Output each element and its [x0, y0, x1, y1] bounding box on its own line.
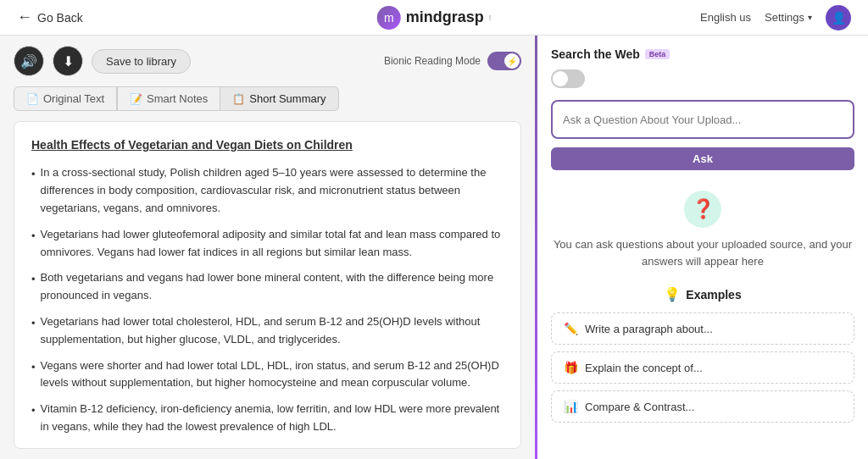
- logo-text: mindgrasp: [406, 8, 484, 26]
- example-button[interactable]: 📊Compare & Contrast...: [551, 390, 854, 423]
- list-item: •Vegetarians had lower total cholesterol…: [31, 313, 504, 349]
- tab-short-summary[interactable]: 📋 Short Summary: [220, 86, 338, 111]
- bullet-text: Vegans were shorter and had lower total …: [41, 357, 504, 393]
- question-icon-area: ❓: [551, 191, 854, 228]
- example-label: Explain the concept of...: [585, 362, 703, 374]
- bionic-label: Bionic Reading Mode: [384, 55, 481, 67]
- save-to-library-button[interactable]: Save to library: [92, 49, 191, 74]
- bulb-icon: 💡: [664, 286, 681, 302]
- example-icon: 📊: [564, 400, 578, 413]
- bullet-dot: •: [31, 315, 36, 333]
- example-icon: 🎁: [564, 361, 578, 374]
- bullet-dot: •: [31, 402, 36, 420]
- content-title: Health Effects of Vegetarian and Vegan D…: [31, 135, 504, 154]
- helper-text: You can ask questions about your uploade…: [551, 236, 854, 269]
- speaker-icon: 🔊: [20, 53, 37, 69]
- content-area[interactable]: Health Effects of Vegetarian and Vegan D…: [14, 121, 521, 449]
- logo-area: m mindgrasp!: [377, 6, 492, 30]
- bullet-text: Vitamin B-12 deficiency, iron-deficiency…: [41, 401, 504, 436]
- back-label: Go Back: [37, 11, 83, 25]
- right-panel: Search the Web Beta Ask ❓ You can ask qu…: [537, 36, 868, 459]
- tabs-bar: 📄 Original Text 📝 Smart Notes 📋 Short Su…: [14, 86, 521, 111]
- toggle-knob: ⚡: [504, 53, 520, 69]
- tab-summary-label: Short Summary: [249, 92, 326, 105]
- question-emoji: ❓: [692, 198, 715, 220]
- bullet-dot: •: [31, 166, 36, 184]
- web-toggle-knob: [553, 71, 568, 86]
- tab-original-text[interactable]: 📄 Original Text: [14, 86, 117, 111]
- smart-tab-icon: 📝: [130, 93, 142, 105]
- search-web-label: Search the Web: [551, 47, 640, 61]
- original-tab-icon: 📄: [26, 93, 39, 105]
- tab-original-label: Original Text: [43, 92, 104, 105]
- download-button[interactable]: ⬇: [53, 46, 83, 76]
- settings-label: Settings: [765, 11, 804, 24]
- logo-suffix: !: [489, 14, 492, 22]
- question-icon: ❓: [684, 191, 721, 228]
- question-input[interactable]: [551, 100, 854, 139]
- chevron-down-icon: ▾: [808, 13, 812, 22]
- bullet-text: Both vegetarians and vegans had lower bo…: [41, 269, 504, 305]
- bullet-dot: •: [31, 228, 36, 246]
- example-icon: ✏️: [564, 322, 578, 335]
- left-panel: 🔊 ⬇ Save to library Bionic Reading Mode …: [0, 36, 535, 459]
- main-content: 🔊 ⬇ Save to library Bionic Reading Mode …: [0, 36, 868, 459]
- bullet-text: In a cross-sectional study, Polish child…: [41, 164, 504, 217]
- download-icon: ⬇: [63, 53, 74, 69]
- example-button[interactable]: ✏️Write a paragraph about...: [551, 312, 854, 345]
- bullet-text: Vegetarians had lower gluteofemoral adip…: [41, 226, 504, 262]
- list-item: •Vitamin B-12 deficiency, iron-deficienc…: [31, 401, 504, 436]
- logo-icon: m: [377, 6, 401, 30]
- avatar[interactable]: 👤: [826, 5, 851, 30]
- list-item: •Both vegetarians and vegans had lower b…: [31, 269, 504, 305]
- header: ← Go Back m mindgrasp! English us Settin…: [0, 0, 868, 36]
- bullet-dot: •: [31, 446, 36, 449]
- summary-tab-icon: 📋: [232, 93, 245, 105]
- example-label: Write a paragraph about...: [585, 323, 713, 335]
- back-arrow-icon: ←: [17, 8, 32, 26]
- toolbar: 🔊 ⬇ Save to library Bionic Reading Mode …: [14, 46, 521, 76]
- list-item: •In a cross-sectional study, Polish chil…: [31, 164, 504, 217]
- search-web-header: Search the Web Beta: [551, 47, 854, 61]
- bullet-dot: •: [31, 359, 36, 377]
- bionic-reading-section: Bionic Reading Mode ⚡: [384, 52, 521, 70]
- bullet-text: Vegetarians had lower total cholesterol,…: [41, 313, 504, 349]
- example-button[interactable]: 🎁Explain the concept of...: [551, 351, 854, 384]
- ask-button[interactable]: Ask: [551, 147, 854, 170]
- examples-header: 💡 Examples: [551, 286, 854, 302]
- list-item: •Vegetarians had lower gluteofemoral adi…: [31, 226, 504, 262]
- toggle-icon: ⚡: [507, 57, 517, 66]
- list-item: •Vegans were shorter and had lower total…: [31, 357, 504, 393]
- back-button[interactable]: ← Go Back: [17, 8, 83, 26]
- avatar-icon: 👤: [832, 11, 846, 25]
- bullet-dot: •: [31, 271, 36, 289]
- bionic-toggle[interactable]: ⚡: [487, 52, 521, 70]
- list-item: •Supplementation resolved low B-12 and 2…: [31, 445, 504, 449]
- bullet-list: •In a cross-sectional study, Polish chil…: [31, 164, 504, 449]
- web-search-toggle[interactable]: [551, 69, 585, 88]
- example-buttons-list: ✏️Write a paragraph about...🎁Explain the…: [551, 312, 854, 429]
- example-label: Compare & Contrast...: [585, 401, 694, 413]
- beta-badge: Beta: [645, 49, 670, 59]
- tab-smart-label: Smart Notes: [147, 92, 208, 105]
- tab-smart-notes[interactable]: 📝 Smart Notes: [117, 86, 220, 111]
- settings-button[interactable]: Settings ▾: [765, 11, 812, 24]
- header-right: English us Settings ▾ 👤: [700, 5, 851, 30]
- language-label: English us: [700, 11, 751, 24]
- bullet-text: Supplementation resolved low B-12 and 25…: [41, 445, 360, 449]
- examples-label: Examples: [686, 288, 741, 301]
- speaker-button[interactable]: 🔊: [14, 46, 44, 76]
